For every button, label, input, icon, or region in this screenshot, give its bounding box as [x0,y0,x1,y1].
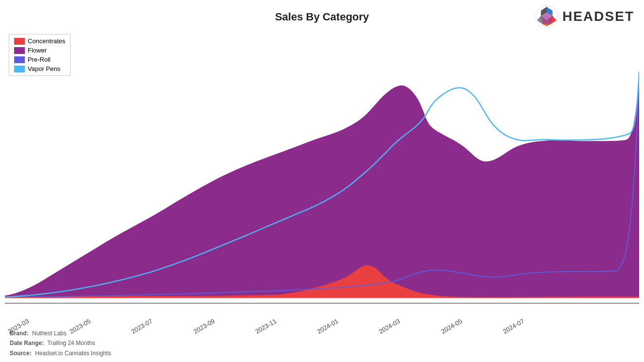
vaporpens-swatch [14,66,25,72]
preroll-swatch [14,56,25,63]
legend: Concentrates Flower Pre-Roll Vapor Pens [9,34,71,76]
source-label: Source: [10,350,32,357]
xaxis-label-4: 2023-11 [254,317,278,335]
chart-svg [5,32,639,303]
daterange-label: Date Range: [10,340,44,346]
footer-brand: Brand: Nuthest Labs [10,328,111,338]
page-container: HEADSET Sales By Category Concentrates F… [0,0,644,362]
legend-label-vaporpens: Vapor Pens [28,65,60,72]
xaxis-label-10 [600,323,604,329]
legend-label-concentrates: Concentrates [28,37,65,45]
flower-swatch [14,47,25,54]
brand-value: Nuthest Labs [32,330,67,337]
concentrates-swatch [14,38,25,45]
footer-source: Source: Headset.io Cannabis Insights [10,348,111,358]
xaxis-label-3: 2023-09 [192,317,216,335]
legend-item-flower: Flower [14,47,65,54]
xaxis-label-9 [562,323,566,329]
xaxis-label-2: 2023-07 [130,317,154,335]
legend-item-concentrates: Concentrates [14,37,65,45]
legend-label-flower: Flower [28,47,47,54]
chart-title: Sales By Category [0,11,644,23]
source-value: Headset.io Cannabis Insights [35,350,111,357]
brand-label: Brand: [10,330,29,337]
chart-area [5,32,639,304]
footer-daterange: Date Range: Trailing 24 Months [10,338,111,348]
legend-item-vaporpens: Vapor Pens [14,65,65,72]
xaxis-label-7: 2024-05 [440,317,464,335]
legend-item-preroll: Pre-Roll [14,56,65,63]
xaxis-label-8: 2024-07 [501,317,525,335]
footer-info: Brand: Nuthest Labs Date Range: Trailing… [10,328,111,358]
daterange-value: Trailing 24 Months [47,340,95,346]
legend-label-preroll: Pre-Roll [28,56,51,63]
xaxis-label-11 [639,323,643,329]
xaxis-label-6: 2024-03 [378,317,402,335]
xaxis-label-5: 2024-01 [316,317,340,335]
